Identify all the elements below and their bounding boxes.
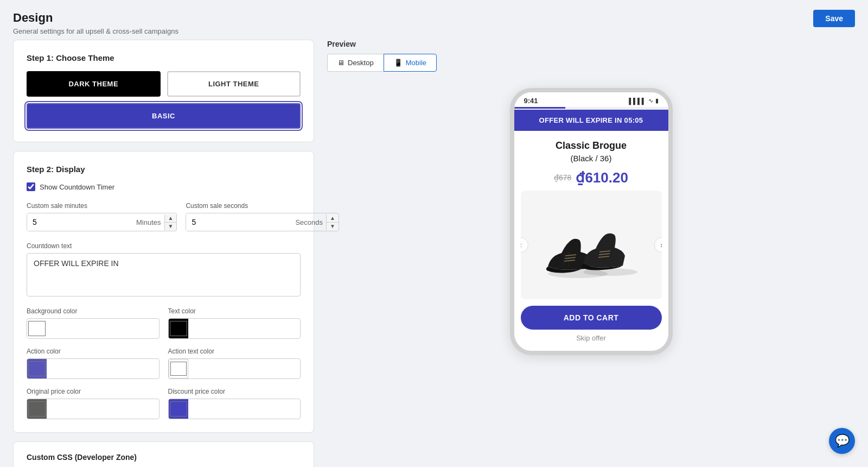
text-color-label: Text color: [168, 307, 301, 315]
chat-bubble[interactable]: 💬: [829, 428, 855, 454]
product-image: [537, 210, 646, 280]
action-text-color-wrapper: #FFFFFF: [168, 358, 301, 379]
battery-icon: ▮: [655, 97, 659, 104]
product-info: Classic Brogue (Black / 36) ₫678 ₫610.20: [514, 131, 668, 191]
page-subtitle: General settings for all upsell & cross-…: [13, 27, 855, 35]
text-color-input[interactable]: #000000: [188, 320, 301, 337]
original-price-color-group: Original price color #5F605D: [27, 388, 159, 419]
carousel-left-arrow[interactable]: ‹: [521, 237, 528, 253]
discount-price-color-swatch[interactable]: [169, 399, 188, 419]
seconds-input[interactable]: [186, 213, 292, 231]
step1-title: Step 1: Choose Theme: [27, 53, 301, 62]
discount-price: ₫610.20: [576, 169, 628, 186]
phone-time: 9:41: [524, 97, 538, 105]
chat-icon: 💬: [835, 434, 850, 448]
save-button[interactable]: Save: [813, 10, 855, 27]
tab-indicator-active: [514, 107, 566, 109]
mobile-tab[interactable]: 📱 Mobile: [384, 54, 437, 72]
action-text-color-swatch[interactable]: [169, 359, 188, 378]
text-color-swatch[interactable]: [169, 319, 188, 338]
wifi-icon: ∿: [648, 97, 653, 104]
preview-tabs: 🖥 Desktop 📱 Mobile: [327, 54, 855, 72]
offer-banner: OFFER WILL EXPIRE IN 05:05: [514, 110, 668, 131]
action-color-wrapper: #5755b8: [27, 358, 159, 379]
discount-price-color-input[interactable]: #4542be: [188, 400, 301, 418]
add-to-cart-button[interactable]: ADD TO CART: [521, 306, 662, 330]
main-layout: Step 1: Choose Theme DARK THEME LIGHT TH…: [0, 40, 868, 467]
bg-color-input[interactable]: #FFFFFF: [47, 320, 159, 337]
page-header: Design General settings for all upsell &…: [0, 0, 868, 40]
product-image-area: ‹: [521, 191, 662, 299]
original-price-color-label: Original price color: [27, 388, 159, 395]
preview-label: Preview: [327, 40, 855, 48]
minutes-label: Custom sale minutes: [27, 202, 177, 210]
original-price-color-input[interactable]: #5F605D: [47, 400, 159, 418]
original-price-color-swatch[interactable]: [27, 399, 47, 419]
tab-indicator-3: [617, 107, 668, 109]
minutes-input-wrapper: Minutes ▲ ▼: [27, 213, 177, 231]
countdown-checkbox-row: Show Countdown Timer: [27, 182, 301, 191]
product-price-row: ₫678 ₫610.20: [523, 169, 660, 186]
bg-color-label: Background color: [27, 307, 159, 315]
product-name: Classic Brogue (Black / 36): [523, 140, 660, 165]
page-title: Design: [13, 11, 855, 25]
bg-color-group: Background color #FFFFFF: [27, 307, 159, 339]
color-row-3: Original price color #5F605D Discount pr…: [27, 388, 301, 419]
countdown-text-label: Countdown text: [27, 242, 301, 250]
countdown-label: Show Countdown Timer: [40, 183, 114, 191]
action-text-color-label: Action text color: [168, 348, 301, 355]
dark-theme-button[interactable]: DARK THEME: [27, 71, 161, 97]
phone-container: 9:41 ▌▌▌▌ ∿ ▮ OFFER WILL EXPIRE IN 05:05: [327, 83, 855, 355]
countdown-text-input[interactable]: OFFER WILL EXPIRE IN: [27, 253, 301, 296]
tab-indicator-2: [565, 107, 617, 109]
custom-css-title: Custom CSS (Developer Zone): [27, 453, 301, 462]
minutes-spinners: ▲ ▼: [164, 214, 177, 230]
original-price: ₫678: [554, 173, 571, 182]
skip-offer[interactable]: Skip offer: [514, 334, 668, 351]
action-color-input[interactable]: #5755b8: [47, 360, 159, 377]
show-countdown-checkbox[interactable]: [27, 182, 35, 191]
signal-icon: ▌▌▌▌: [629, 98, 646, 104]
seconds-unit: Seconds: [292, 218, 326, 226]
action-color-group: Action color #5755b8: [27, 348, 159, 379]
desktop-tab[interactable]: 🖥 Desktop: [327, 54, 384, 72]
mobile-icon: 📱: [394, 59, 403, 67]
phone-mockup: 9:41 ▌▌▌▌ ∿ ▮ OFFER WILL EXPIRE IN 05:05: [510, 88, 673, 355]
bg-color-wrapper: #FFFFFF: [27, 318, 159, 339]
product-variant: (Black / 36): [571, 154, 612, 163]
action-text-color-input[interactable]: #FFFFFF: [188, 360, 301, 377]
basic-variant-button[interactable]: BASIC: [27, 103, 301, 129]
custom-css-card: Custom CSS (Developer Zone): [13, 441, 314, 467]
seconds-label: Custom sale seconds: [186, 202, 339, 210]
mobile-tab-label: Mobile: [406, 59, 426, 67]
minutes-input[interactable]: [27, 213, 133, 231]
phone-status-bar: 9:41 ▌▌▌▌ ∿ ▮: [514, 92, 668, 107]
action-text-color-group: Action text color #FFFFFF: [168, 348, 301, 379]
carousel-right-arrow[interactable]: ›: [654, 237, 662, 253]
discount-price-color-group: Discount price color #4542be: [168, 388, 301, 419]
seconds-input-wrapper: Seconds ▲ ▼: [186, 213, 339, 231]
phone-status-icons: ▌▌▌▌ ∿ ▮: [629, 97, 658, 104]
minutes-up-btn[interactable]: ▲: [165, 214, 177, 223]
text-color-group: Text color #000000: [168, 307, 301, 339]
bg-color-swatch[interactable]: [27, 319, 47, 338]
minutes-down-btn[interactable]: ▼: [165, 223, 177, 230]
step2-title: Step 2: Display: [27, 165, 301, 174]
theme-row: DARK THEME LIGHT THEME: [27, 71, 301, 97]
display-card: Step 2: Display Show Countdown Timer Cus…: [13, 151, 314, 433]
theme-card: Step 1: Choose Theme DARK THEME LIGHT TH…: [13, 40, 314, 142]
discount-price-color-label: Discount price color: [168, 388, 301, 395]
action-color-swatch[interactable]: [27, 359, 47, 378]
light-theme-button[interactable]: LIGHT THEME: [167, 71, 301, 97]
number-inputs-row: Custom sale minutes Minutes ▲ ▼ Custom s…: [27, 202, 301, 231]
seconds-group: Custom sale seconds Seconds ▲ ▼: [186, 202, 339, 231]
original-price-color-wrapper: #5F605D: [27, 399, 159, 419]
action-color-label: Action color: [27, 348, 159, 355]
discount-price-color-wrapper: #4542be: [168, 399, 301, 419]
desktop-tab-label: Desktop: [348, 59, 374, 67]
color-row-1: Background color #FFFFFF Text color #000…: [27, 307, 301, 339]
countdown-text-group: Countdown text OFFER WILL EXPIRE IN: [27, 242, 301, 299]
left-panel: Step 1: Choose Theme DARK THEME LIGHT TH…: [13, 40, 314, 467]
text-color-wrapper: #000000: [168, 318, 301, 339]
desktop-icon: 🖥: [337, 59, 344, 67]
